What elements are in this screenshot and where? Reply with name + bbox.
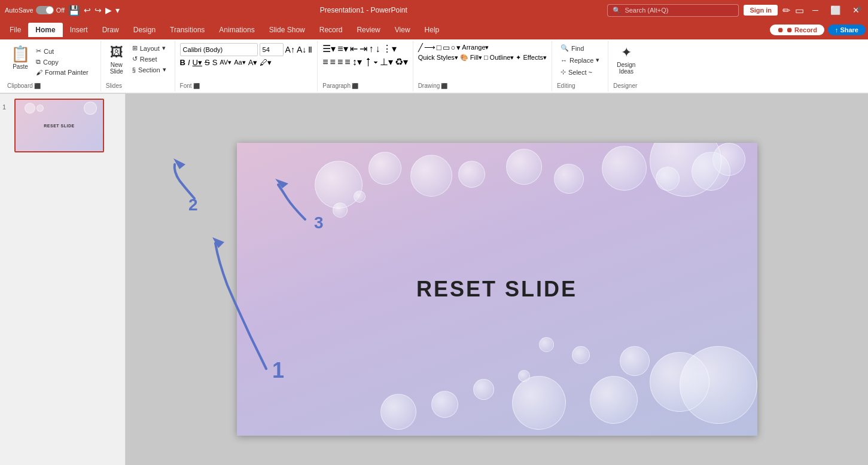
tab-view[interactable]: View	[388, 23, 418, 37]
clear-formatting-icon[interactable]: Ⅱ	[308, 45, 312, 54]
share-button[interactable]: ↑ Share	[828, 25, 866, 35]
bold-button[interactable]: B	[180, 58, 185, 67]
shape-fill-button[interactable]: 🎨 Fill▾	[460, 54, 482, 62]
line-spacing-button[interactable]: ↕▾	[352, 56, 362, 68]
tab-review[interactable]: Review	[349, 23, 387, 37]
tab-file[interactable]: File	[2, 23, 28, 37]
new-slide-button[interactable]: 🖼 New Slide	[106, 43, 127, 77]
font-color-button[interactable]: A▾	[248, 58, 258, 67]
underline-button[interactable]: U▾	[193, 58, 202, 67]
shape-more-icon[interactable]: ▾	[456, 43, 461, 52]
shape-outline-button[interactable]: □ Outline▾	[484, 54, 514, 62]
tab-slideshow[interactable]: Slide Show	[262, 23, 312, 37]
decrease-indent-button[interactable]: ⇤	[350, 43, 358, 54]
present-icon[interactable]: ▶	[105, 5, 112, 15]
slide-canvas[interactable]: RESET SLIDE	[237, 143, 757, 436]
italic-button[interactable]: I	[188, 58, 190, 67]
font-expand-icon[interactable]: ⬛	[193, 83, 200, 89]
font-name-input[interactable]	[180, 43, 258, 56]
drawing-expand-icon[interactable]: ⬛	[441, 83, 447, 89]
shape-effects-button[interactable]: ✦ Effects▾	[516, 54, 546, 62]
more-commands-icon[interactable]: ▾	[115, 5, 120, 15]
align-right-button[interactable]: ≡	[337, 57, 343, 68]
cut-button[interactable]: ✂Cut	[32, 46, 92, 56]
tab-animations[interactable]: Animations	[212, 23, 261, 37]
decrease-list-button[interactable]: ↑	[369, 44, 374, 54]
bubble-16	[512, 376, 566, 430]
increase-font-icon[interactable]: A↑	[285, 45, 295, 54]
canvas-area: RESET SLIDE 1 2 3	[126, 94, 868, 465]
tab-transitions[interactable]: Transitions	[163, 23, 212, 37]
arrange-button[interactable]: Arrange▾	[462, 44, 489, 51]
shape-arrow-icon[interactable]: ⟶	[424, 43, 435, 52]
format-painter-button[interactable]: 🖌Format Painter	[32, 68, 92, 77]
strikethrough-button[interactable]: S	[205, 58, 210, 67]
smartart-button[interactable]: ♻▾	[395, 56, 408, 68]
text-direction-button[interactable]: ⭡▾	[364, 57, 378, 68]
tab-design[interactable]: Design	[126, 23, 163, 37]
sign-in-button[interactable]: Sign in	[744, 5, 778, 16]
new-slide-label: New Slide	[110, 62, 123, 75]
restore-button[interactable]: ⬜	[827, 4, 844, 16]
copy-button[interactable]: ⧉Copy	[32, 57, 92, 67]
align-center-button[interactable]: ≡	[330, 57, 336, 68]
tab-record[interactable]: Record	[312, 23, 350, 37]
font-size-input[interactable]	[260, 43, 284, 56]
shape-rect-icon[interactable]: □	[437, 43, 441, 52]
clipboard-expand-icon[interactable]: ⬛	[34, 83, 41, 89]
tab-draw[interactable]: Draw	[95, 23, 126, 37]
change-case-button[interactable]: Aa▾	[234, 59, 245, 66]
designer-group-content: ✦ Design Ideas	[613, 43, 639, 81]
justify-button[interactable]: ≡	[345, 57, 350, 68]
quick-styles-button[interactable]: Quick Styles▾	[418, 54, 458, 62]
paste-button[interactable]: 📋 Paste ✂Cut ⧉Copy 🖌Format Painter	[7, 43, 96, 79]
record-button[interactable]: ⏺ ⏺ Record	[770, 25, 824, 35]
paragraph-expand-icon[interactable]: ⬛	[352, 83, 358, 89]
highlight-color-button[interactable]: 🖊▾	[260, 58, 272, 67]
tab-home[interactable]: Home	[28, 23, 62, 37]
bubble-15	[620, 346, 650, 376]
copy-label: Copy	[43, 59, 59, 66]
section-button[interactable]: §Section▾	[129, 65, 170, 75]
replace-icon: ↔	[561, 57, 567, 64]
designer-label: Designer	[613, 81, 639, 89]
minimize-button[interactable]: ─	[809, 4, 822, 16]
decrease-font-icon[interactable]: A↓	[297, 45, 306, 54]
ribbon-display-icon[interactable]: ▭	[795, 5, 804, 16]
char-spacing-button[interactable]: AV▾	[220, 59, 232, 66]
tab-help[interactable]: Help	[418, 23, 447, 37]
pen-icon[interactable]: ✏	[782, 5, 790, 16]
slides-group: 🖼 New Slide ⊞Layout▾ ↺Reset §Section▾ Sl…	[101, 41, 175, 91]
select-icon: ⊹	[561, 68, 566, 76]
find-button[interactable]: 🔍Find	[557, 43, 587, 53]
redo-icon[interactable]: ↪	[95, 5, 102, 15]
undo-icon[interactable]: ↩	[84, 5, 91, 15]
ribbon-collapse-button[interactable]: ▲	[855, 2, 863, 12]
reset-button[interactable]: ↺Reset	[129, 54, 170, 64]
bubble-11	[354, 191, 366, 203]
bullets-button[interactable]: ☰▾	[322, 43, 336, 54]
slide-thumbnail[interactable]: RESET SLIDE	[14, 99, 104, 152]
layout-button[interactable]: ⊞Layout▾	[129, 43, 170, 53]
save-icon[interactable]: 💾	[68, 5, 80, 16]
arrow-2-group: 2	[173, 158, 198, 214]
search-box[interactable]: 🔍 Search (Alt+Q)	[607, 4, 739, 17]
tab-insert[interactable]: Insert	[63, 23, 95, 37]
shape-oval-icon[interactable]: ○	[451, 43, 456, 52]
select-button[interactable]: ⊹Select ~	[557, 67, 596, 77]
numbering-button[interactable]: ≡▾	[337, 43, 348, 54]
align-text-button[interactable]: ⊥▾	[380, 56, 393, 68]
slides-col: ⊞Layout▾ ↺Reset §Section▾	[129, 43, 170, 75]
shadow-button[interactable]: S	[212, 58, 218, 67]
increase-list-button[interactable]: ↓	[376, 44, 380, 54]
autosave-toggle[interactable]	[36, 6, 54, 14]
replace-button[interactable]: ↔Replace▾	[557, 55, 603, 65]
title-bar-right: 🔍 Search (Alt+Q) Sign in ✏ ▭ ─ ⬜ ✕	[607, 4, 863, 17]
shape-line-icon[interactable]: ╱	[418, 43, 423, 52]
shape-rounded-rect-icon[interactable]: ▭	[443, 43, 450, 52]
bubble-19	[518, 370, 530, 382]
column-button[interactable]: ⋮▾	[382, 43, 397, 54]
increase-indent-button[interactable]: ⇥	[360, 43, 367, 54]
design-ideas-button[interactable]: ✦ Design Ideas	[613, 43, 639, 77]
align-left-button[interactable]: ≡	[322, 57, 328, 68]
